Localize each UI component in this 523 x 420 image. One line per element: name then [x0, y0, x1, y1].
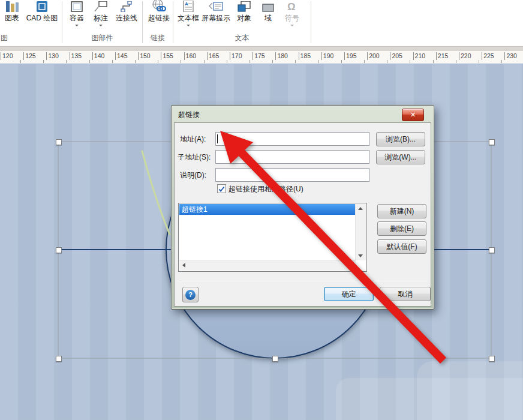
selection-handle-bottom-left[interactable] — [56, 356, 62, 362]
object-icon — [238, 0, 251, 12]
ruler-tick-label: 195 — [346, 52, 357, 59]
ruler-tick-label: 185 — [300, 52, 311, 59]
description-input[interactable] — [215, 168, 369, 182]
ruler-minor-tick — [341, 60, 342, 63]
ribbon-button-label: 符号 — [285, 14, 299, 22]
chevron-down-icon — [290, 25, 294, 28]
field-icon — [262, 0, 274, 12]
text-caret — [217, 134, 218, 143]
ruler-minor-tick — [20, 60, 21, 63]
chevron-down-icon — [99, 25, 103, 28]
scroll-down-icon[interactable] — [356, 251, 365, 260]
ruler-minor-tick — [318, 60, 319, 63]
relative-path-checkbox[interactable] — [217, 184, 226, 193]
ruler-tick — [184, 52, 185, 60]
hyperlink-icon — [151, 0, 167, 12]
ruler-minor-tick — [204, 60, 205, 63]
ruler-tick — [275, 52, 276, 60]
ribbon: 图表 CAD 绘图 容器 标注 连接线 — [0, 0, 523, 47]
ruler-tick-label: 170 — [232, 52, 242, 59]
horizontal-scrollbar[interactable] — [179, 260, 356, 271]
selection-handle-top-left[interactable] — [56, 139, 62, 145]
symbol-omega-icon: Ω — [286, 0, 298, 12]
subaddress-input[interactable] — [215, 150, 369, 164]
ruler-minor-tick — [250, 60, 250, 63]
ribbon-separator — [311, 1, 311, 43]
vertical-scrollbar[interactable] — [355, 204, 366, 260]
scroll-up-icon[interactable] — [356, 204, 365, 213]
ribbon-group-label-text: 文本 — [173, 34, 311, 43]
chart-icon — [5, 0, 19, 12]
ruler-tick — [390, 52, 390, 60]
hyperlink-dialog: 超链接 ✕ 地址(A): 浏览(B)... 子地址(S): 浏览(W)... 说… — [171, 105, 434, 310]
ruler-tick-label: 180 — [277, 52, 288, 59]
hyperlink-list[interactable]: 超链接1 — [178, 203, 367, 272]
ruler-tick-label: 220 — [461, 52, 471, 59]
ruler-minor-tick — [43, 60, 44, 63]
delete-button[interactable]: 删除(E) — [377, 221, 426, 236]
svg-text:Ω: Ω — [287, 1, 296, 12]
browse-address-button[interactable]: 浏览(B)... — [376, 132, 425, 146]
ruler-tick — [23, 52, 24, 60]
dialog-title: 超链接 — [178, 110, 200, 120]
ruler-minor-tick — [89, 60, 90, 63]
ruler-minor-tick — [387, 60, 387, 63]
relative-path-checkbox-label: 超链接使用相对路径(U) — [229, 184, 303, 194]
cancel-button[interactable]: 取消 — [380, 287, 431, 301]
ruler-tick-label: 215 — [438, 52, 449, 59]
close-icon[interactable]: ✕ — [402, 109, 424, 121]
ruler-tick-label: 190 — [323, 52, 334, 59]
ruler-minor-tick — [227, 60, 227, 63]
ruler-tick-label: 120 — [2, 52, 13, 59]
ok-button[interactable]: 确定 — [324, 287, 374, 301]
ruler-tick-label: 135 — [71, 52, 82, 59]
selection-handle-bottom-center[interactable] — [272, 356, 278, 362]
ruler-tick — [413, 52, 414, 60]
ruler-minor-tick — [295, 60, 296, 63]
ruler-tick-label: 145 — [117, 52, 128, 59]
ruler-minor-tick — [112, 60, 113, 63]
ruler-tick — [482, 52, 482, 60]
ruler-tick — [115, 52, 116, 60]
new-button[interactable]: 新建(N) — [377, 204, 426, 218]
ruler-tick-label: 165 — [209, 52, 220, 59]
ribbon-button-cad-drawing[interactable]: CAD 绘图 — [24, 0, 60, 43]
ruler-tick — [230, 52, 230, 60]
default-button[interactable]: 默认值(F) — [377, 239, 426, 254]
green-arc-shape[interactable] — [142, 151, 170, 235]
ruler-tick-label: 150 — [140, 52, 151, 59]
list-item[interactable]: 超链接1 — [179, 204, 356, 215]
ruler-minor-tick — [433, 60, 434, 63]
subaddress-label: 子地址(S): — [178, 152, 211, 163]
ruler-tick — [70, 52, 70, 60]
address-input[interactable] — [215, 132, 369, 146]
cad-drawing-icon — [35, 0, 49, 12]
ruler-minor-tick — [479, 60, 479, 63]
ribbon-group-label-diagram: 图 — [1, 34, 19, 43]
ruler-tick-label: 155 — [163, 52, 173, 59]
ruler-tick — [207, 52, 208, 60]
ruler-tick-label: 210 — [415, 52, 426, 59]
description-label: 说明(D): — [180, 170, 206, 181]
ruler-tick — [504, 52, 505, 60]
selection-handle-bottom-right[interactable] — [489, 356, 495, 362]
ruler-tick-label: 140 — [94, 52, 105, 59]
container-icon — [71, 0, 83, 12]
address-label: 地址(A): — [180, 134, 206, 145]
scroll-left-icon[interactable] — [179, 260, 188, 269]
ruler-tick-label: 200 — [369, 52, 380, 59]
selection-handle-top-right[interactable] — [489, 139, 495, 145]
browse-subaddress-button[interactable]: 浏览(W)... — [376, 150, 425, 164]
ruler-tick — [321, 52, 322, 60]
selection-handle-mid-left[interactable] — [56, 247, 62, 253]
selection-handle-mid-right[interactable] — [489, 247, 495, 253]
help-icon: ? — [185, 290, 196, 300]
chevron-down-icon — [75, 25, 79, 28]
ruler-minor-tick — [272, 60, 273, 63]
ribbon-button-label: 标注 — [94, 14, 108, 22]
ruler-minor-tick — [181, 60, 181, 63]
help-button[interactable]: ? — [182, 287, 199, 302]
ruler-tick-label: 205 — [392, 52, 402, 59]
textbox-icon: A — [183, 0, 194, 12]
screentip-icon — [209, 0, 223, 12]
